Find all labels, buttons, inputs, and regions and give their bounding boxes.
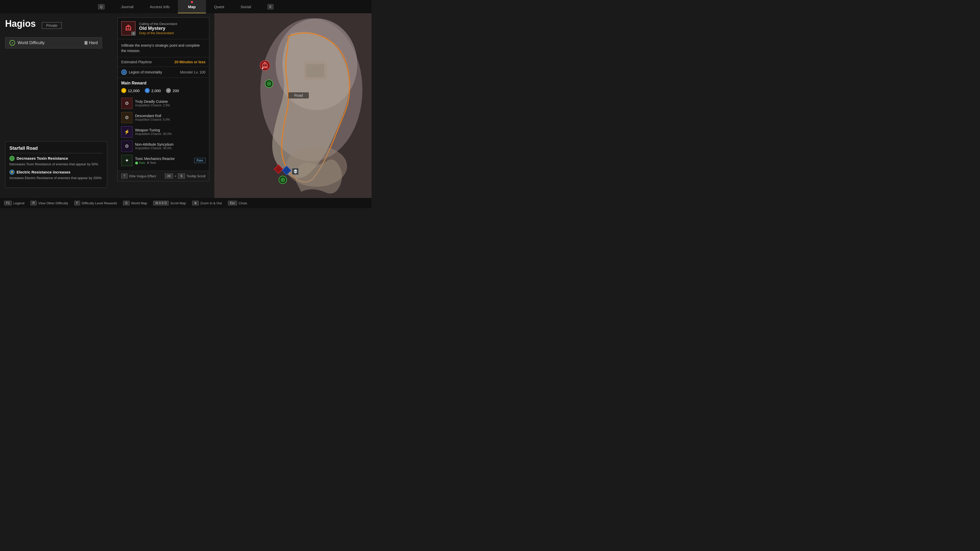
legend-label: Legend [13,201,24,205]
nav-key-e[interactable]: E [259,0,282,13]
legend-hint: F1 Legend [4,201,24,205]
svg-point-15 [266,65,267,66]
scroll-map-label: Scroll Map [170,201,186,205]
faction-name: Legion of Immortality [129,70,162,74]
blue-diamond[interactable] [282,166,291,175]
reward-rare-badge: Rare [194,158,205,163]
difficulty-rewards-hint[interactable]: F Difficulty Level Rewards [74,201,117,205]
reward-info-0: Truly Deadly Cuisine Acquisition Chance:… [135,100,170,107]
reward-chance-2: Acquisition Chance: 30.0% [135,132,172,136]
map-area[interactable]: Road ▼ [215,13,372,198]
playtime-label: Estimated Playtime [121,60,152,64]
reward-item-0: ⚙ Truly Deadly Cuisine Acquisition Chanc… [121,96,205,110]
map-label: Map [188,5,196,9]
reward-chance-0: Acquisition Chance: 2.5% [135,103,170,107]
objective-marker[interactable] [265,79,273,88]
skull[interactable]: 💀 [292,168,299,175]
mission-playtime-row: Estimated Playtime 20 Minutes or less [118,57,209,67]
svg-point-19 [282,179,283,181]
close-label: Close [239,201,247,205]
gold-reward: 12,000 [121,88,140,93]
esc-key[interactable]: Esc [228,201,237,205]
world-map-hint[interactable]: G World Map [123,201,147,205]
reward-thumb-2: ⚡ [121,126,132,138]
bottom-bar: F1 Legend R View Other Difficulty F Diff… [0,198,372,208]
svg-rect-4 [129,29,130,30]
scroll-icon: ⇅ [178,173,185,179]
svg-point-1 [127,27,128,29]
reward-chance-1: Acquisition Chance: 5.0% [135,118,170,121]
red-diamond-marker[interactable] [275,166,282,172]
nav-access-info[interactable]: Access Info [142,0,178,13]
effect-item-toxin: ↓ Decreases Toxin Resistance Decreases T… [10,156,103,167]
xp-value: 2,000 [151,89,161,93]
reward-name-3: Non-Attribute Syncytium [135,142,173,146]
tag-tech: ⚙ Tech [147,161,156,165]
nav-map[interactable]: Map [178,0,206,13]
reward-name-2: Weapon Tuning [135,128,172,132]
reward-item-4: ✦ Toxic Mechanics Reactor ⬤ Toxic ⚙ Tech… [121,153,205,168]
elite-vulgus-label: Elite Vulgus Effect [129,174,156,178]
mission-panel: II Calling of the Descendant Old Mystery… [118,17,209,181]
svg-rect-11 [306,64,324,77]
world-difficulty-icon: ✦ [10,40,15,46]
close-hint[interactable]: Esc Close [228,201,247,205]
reward-info-2: Weapon Tuning Acquisition Chance: 30.0% [135,128,172,136]
view-difficulty-label: View Other Difficulty [38,201,68,205]
quest-label: Quest [214,5,224,9]
gear-icon [166,88,171,93]
reward-item-3: ⚙ Non-Attribute Syncytium Acquisition Ch… [121,139,205,153]
bottom-objective[interactable] [279,176,287,184]
reward-thumb-3: ⚙ [121,141,132,152]
faction-row: ⊕ Legion of Immortality Monster Lv. 100 [118,67,209,78]
bottom-objective-marker[interactable] [279,176,287,184]
mission-footer: T Elite Vulgus Effect Alt + ⇅ Tooltip Sc… [118,171,209,181]
effect-item-electric: ⚡ Electric Resistance increases Increase… [10,170,103,180]
xp-icon [145,88,150,93]
g-key[interactable]: G [123,201,129,205]
reward-thumb-4: ✦ [121,155,132,166]
t-key-hint: T [121,173,127,179]
svg-point-2 [129,27,130,29]
effect-header-electric: ⚡ Electric Resistance increases [10,170,103,175]
e-key: E [267,4,274,10]
nav-social[interactable]: Social [232,0,259,13]
mission-level-badge: II [131,32,135,35]
svg-point-17 [268,83,270,84]
journal-label: Journal [121,5,134,9]
svg-marker-0 [126,25,131,30]
reward-name-0: Truly Deadly Cuisine [135,100,170,103]
map-content: Road ▼ [215,13,372,198]
mission-description: Infiltrate the enemy's strategic point a… [118,39,209,57]
nav-journal[interactable]: Journal [113,0,142,13]
world-map-label: World Map [131,201,147,205]
world-difficulty-panel[interactable]: ✦ World Difficulty Hard [5,37,102,48]
red-diamond[interactable] [274,165,283,174]
reward-info-3: Non-Attribute Syncytium Acquisition Chan… [135,142,173,150]
f-key[interactable]: F [74,201,80,205]
svg-point-14 [263,65,264,66]
nav-key-q[interactable]: Q [90,0,113,13]
reward-item-2: ⚡ Weapon Tuning Acquisition Chance: 30.0… [121,125,205,139]
reward-name-4: Toxic Mechanics Reactor [135,157,192,161]
zoom-hint: ⊕ Zoom In & Out [192,201,222,205]
reward-info-1: Descendant Roll Acquisition Chance: 5.0% [135,114,170,121]
reward-name-1: Descendant Roll [135,114,170,118]
view-difficulty-hint[interactable]: R View Other Difficulty [30,201,68,205]
reward-thumb-1: ⚙ [121,112,132,123]
objective-circle[interactable] [265,79,273,88]
rewards-title: Main Reward [121,81,205,86]
social-label: Social [241,5,251,9]
blue-diamond-marker[interactable] [283,167,290,174]
r-key[interactable]: R [30,201,37,205]
skull-marker[interactable]: 💀 [292,168,299,175]
mission-title-area: Calling of the Descendant Old Mystery Du… [139,22,177,35]
reward-info-4: Toxic Mechanics Reactor ⬤ Toxic ⚙ Tech [135,157,192,165]
gear-value: 200 [172,89,179,93]
toxin-icon: ↓ [10,156,14,161]
zoom-icon-key: ⊕ [192,201,199,205]
alt-key-hint: Alt [165,173,173,179]
svg-text:Road: Road [294,94,303,97]
q-key: Q [98,4,105,10]
nav-quest[interactable]: Quest [206,0,232,13]
